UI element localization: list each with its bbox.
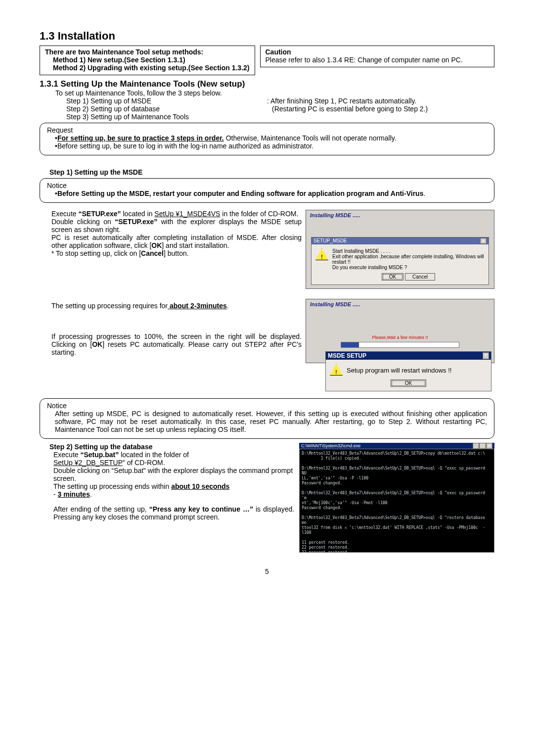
cmd-body: D:\Mnttool32_Ver403_Beta7\Advanced\SetUp… — [299, 449, 494, 553]
section-heading: 1.3 Installation — [40, 30, 494, 43]
step2-p3: The setting up processing ends within ab… — [53, 482, 294, 498]
step1-p3: PC is reset automatically after completi… — [51, 234, 302, 249]
request-bullet-2-text: Before setting up, be sure to log in wit… — [57, 142, 313, 150]
caution-box: Caution Please refer to also 1.3.4 RE: C… — [260, 46, 495, 67]
notice2-title: Notice — [47, 402, 487, 410]
shot1-header: Installing MSDE ..... — [306, 210, 494, 220]
notice2-box: Notice After setting up MSDE, PC is desi… — [40, 398, 494, 439]
step-note-2: (Restarting PC is essential before going… — [267, 105, 494, 113]
ok-button[interactable]: OK — [382, 273, 403, 281]
methods-line2: Method 1) New setup.(See Section 1.3.1) — [45, 56, 250, 64]
step-list-2: Step 2) Setting up of database — [40, 105, 267, 113]
screenshot-restart-dialog: MSDE SETUP× ! Setup program will restart… — [325, 351, 491, 391]
step1-notice-title: Notice — [47, 182, 487, 189]
page-number: 5 — [40, 567, 494, 575]
step1-p1: Execute “SETUP.exe” located in SetUp ¥1_… — [51, 210, 302, 218]
shot2-wait: Please,Wait a few minutes !! — [306, 335, 494, 340]
shot2-header: Installing MSDE ..... — [306, 299, 494, 309]
screenshot-cmd: C:\WINNT\System32\cmd.exe_□× D:\Mnttool3… — [299, 443, 494, 553]
shot1-line3: Do you execute installing MSDE ? — [332, 265, 485, 270]
request-box: Request •For setting up, be sure to prac… — [40, 123, 494, 155]
min-icon[interactable]: _ — [473, 443, 479, 449]
request-bullet-2: •Before setting up, be sure to log in wi… — [47, 142, 487, 150]
step2-p1: Execute “Setup.bat” located in the folde… — [53, 451, 294, 459]
methods-box: There are two Maintenance Tool setup met… — [40, 46, 255, 75]
methods-line3: Method 2) Upgrading with existing setup.… — [45, 64, 250, 72]
step1-notice-body: •Before Setting up the MSDE, restart you… — [47, 189, 487, 197]
caution-title: Caution — [266, 48, 490, 56]
cmd-title: C:\WINNT\System32\cmd.exe — [301, 443, 360, 448]
close-icon[interactable]: × — [483, 352, 489, 359]
max-icon[interactable]: □ — [479, 443, 486, 449]
step-list-3: Step 3) Setting up of Maintenance Tools — [40, 113, 267, 121]
step2-p4: After ending of the setting up, “Press a… — [53, 505, 294, 521]
step1-p5: The setting up processing requires for a… — [51, 302, 302, 310]
step1-p6: If processing progresses to 100%, the sc… — [51, 332, 302, 356]
shot1-dlg-title: SETUP_MSDE — [313, 238, 347, 244]
shot2-msg: Setup program will restart windows !! — [347, 364, 487, 376]
subsection-heading: 1.3.1 Setting Up the Maintenance Tools (… — [40, 79, 494, 89]
shot1-line1: Start Installing MSDE . . . . — [332, 248, 485, 254]
intro-line: To set up Maintenance Tools, follow the … — [40, 89, 494, 97]
methods-line1: There are two Maintenance Tool setup met… — [45, 48, 250, 56]
close-icon[interactable]: × — [480, 238, 487, 244]
step2-p1d: SetUp ¥2_DB_SETUP” of CD-ROM. — [53, 459, 294, 467]
step2-p2: Double clicking on “Setup.bat” with the … — [53, 467, 294, 482]
warning-icon: ! — [330, 364, 343, 376]
step1-p2: Double clicking on “SETUP.exe” with the … — [51, 218, 302, 234]
close-icon[interactable]: × — [486, 443, 492, 449]
caution-body: Please refer to also 1.3.4 RE: Change of… — [266, 56, 490, 64]
step1-heading: Step 1) Setting up the MSDE — [40, 168, 494, 176]
ok-button[interactable]: OK — [391, 379, 426, 387]
screenshot-msde-dialog: Installing MSDE ..... SETUP_MSDE× ! Star… — [306, 210, 494, 289]
step-note-1: : After finishing Step 1, PC restarts au… — [267, 97, 494, 105]
warning-icon: ! — [315, 248, 328, 260]
shot2-dlg-title: MSDE SETUP — [328, 352, 366, 359]
step2-heading: Step 2) Setting up the database — [40, 443, 294, 451]
cancel-button[interactable]: Cancel — [405, 273, 435, 281]
request-bullet-1: •For setting up, be sure to practice 3 s… — [47, 134, 487, 142]
request-bullet-1a: For setting up, be sure to practice 3 st… — [57, 134, 224, 142]
shot1-line2: Exit other application ,because after co… — [332, 254, 485, 265]
step-list-1: Step 1) Setting up of MSDE — [40, 97, 267, 105]
request-title: Request — [47, 126, 487, 134]
notice2-body: After setting up MSDE, PC is designed to… — [47, 410, 487, 433]
request-bullet-1b: Otherwise, Maintenance Tools will not op… — [224, 134, 397, 142]
step1-p4: * To stop setting up, click on [Cancel] … — [51, 249, 302, 257]
step1-notice-box: Notice •Before Setting up the MSDE, rest… — [40, 178, 494, 203]
step1-notice-bold: Before Setting up the MSDE, restart your… — [57, 189, 424, 197]
step1-notice-tail: . — [423, 189, 425, 197]
